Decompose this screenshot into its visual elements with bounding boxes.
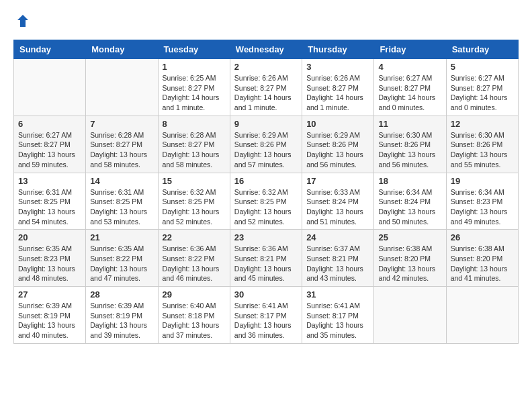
calendar-day-cell: 20Sunrise: 6:35 AMSunset: 8:23 PMDayligh… <box>14 230 86 287</box>
calendar-day-cell: 23Sunrise: 6:36 AMSunset: 8:21 PMDayligh… <box>230 230 302 287</box>
day-number: 19 <box>451 176 514 186</box>
day-info: Sunrise: 6:40 AMSunset: 8:18 PMDaylight:… <box>163 301 226 340</box>
calendar-table: SundayMondayTuesdayWednesdayThursdayFrid… <box>13 40 519 344</box>
calendar-day-cell: 12Sunrise: 6:30 AMSunset: 8:26 PMDayligh… <box>446 116 518 173</box>
day-info: Sunrise: 6:29 AMSunset: 8:26 PMDaylight:… <box>306 130 369 170</box>
day-info: Sunrise: 6:41 AMSunset: 8:17 PMDaylight:… <box>306 301 369 340</box>
day-number: 22 <box>163 232 226 242</box>
day-number: 9 <box>234 119 298 129</box>
day-number: 15 <box>163 176 226 186</box>
calendar-day-cell: 27Sunrise: 6:39 AMSunset: 8:19 PMDayligh… <box>14 287 86 344</box>
calendar-day-cell: 8Sunrise: 6:28 AMSunset: 8:27 PMDaylight… <box>158 116 230 173</box>
day-info: Sunrise: 6:36 AMSunset: 8:22 PMDaylight:… <box>163 244 226 283</box>
calendar-day-cell: 24Sunrise: 6:37 AMSunset: 8:21 PMDayligh… <box>302 230 374 287</box>
calendar-week-row: 6Sunrise: 6:27 AMSunset: 8:27 PMDaylight… <box>14 116 519 173</box>
day-of-week-header: Sunday <box>14 40 86 59</box>
day-number: 25 <box>378 232 441 242</box>
calendar-day-cell: 29Sunrise: 6:40 AMSunset: 8:18 PMDayligh… <box>158 287 230 344</box>
calendar-day-cell: 15Sunrise: 6:32 AMSunset: 8:25 PMDayligh… <box>158 173 230 230</box>
day-of-week-header: Monday <box>86 40 158 59</box>
day-number: 30 <box>234 289 298 300</box>
day-number: 16 <box>234 176 298 186</box>
day-number: 14 <box>90 176 153 186</box>
calendar-day-cell: 28Sunrise: 6:39 AMSunset: 8:19 PMDayligh… <box>86 287 158 344</box>
day-number: 24 <box>306 232 369 242</box>
day-number: 12 <box>451 119 514 129</box>
calendar-day-cell: 10Sunrise: 6:29 AMSunset: 8:26 PMDayligh… <box>302 116 374 173</box>
calendar-day-cell: 11Sunrise: 6:30 AMSunset: 8:26 PMDayligh… <box>374 116 446 173</box>
calendar-day-cell: 6Sunrise: 6:27 AMSunset: 8:27 PMDaylight… <box>14 116 86 173</box>
day-info: Sunrise: 6:26 AMSunset: 8:27 PMDaylight:… <box>306 73 369 113</box>
day-info: Sunrise: 6:35 AMSunset: 8:22 PMDaylight:… <box>90 244 153 283</box>
calendar-week-row: 20Sunrise: 6:35 AMSunset: 8:23 PMDayligh… <box>14 230 519 287</box>
day-number: 18 <box>378 176 441 186</box>
calendar-day-cell <box>14 59 86 116</box>
calendar-day-cell: 1Sunrise: 6:25 AMSunset: 8:27 PMDaylight… <box>158 59 230 116</box>
calendar-day-cell: 30Sunrise: 6:41 AMSunset: 8:17 PMDayligh… <box>230 287 302 344</box>
calendar-day-cell <box>446 287 518 344</box>
day-of-week-header: Tuesday <box>158 40 230 59</box>
calendar-day-cell: 4Sunrise: 6:27 AMSunset: 8:27 PMDaylight… <box>374 59 446 116</box>
calendar-day-cell: 7Sunrise: 6:28 AMSunset: 8:27 PMDaylight… <box>86 116 158 173</box>
day-number: 1 <box>163 62 226 72</box>
day-info: Sunrise: 6:39 AMSunset: 8:19 PMDaylight:… <box>18 301 81 340</box>
day-of-week-header: Saturday <box>446 40 518 59</box>
day-info: Sunrise: 6:29 AMSunset: 8:26 PMDaylight:… <box>234 130 298 170</box>
calendar-day-cell: 16Sunrise: 6:32 AMSunset: 8:25 PMDayligh… <box>230 173 302 230</box>
day-info: Sunrise: 6:35 AMSunset: 8:23 PMDaylight:… <box>18 244 81 283</box>
day-info: Sunrise: 6:26 AMSunset: 8:27 PMDaylight:… <box>234 73 298 113</box>
calendar-day-cell: 14Sunrise: 6:31 AMSunset: 8:25 PMDayligh… <box>86 173 158 230</box>
day-number: 28 <box>90 289 153 300</box>
calendar-day-cell: 19Sunrise: 6:34 AMSunset: 8:23 PMDayligh… <box>446 173 518 230</box>
day-info: Sunrise: 6:36 AMSunset: 8:21 PMDaylight:… <box>234 244 298 283</box>
calendar-day-cell: 9Sunrise: 6:29 AMSunset: 8:26 PMDaylight… <box>230 116 302 173</box>
calendar-week-row: 1Sunrise: 6:25 AMSunset: 8:27 PMDaylight… <box>14 59 519 116</box>
day-info: Sunrise: 6:39 AMSunset: 8:19 PMDaylight:… <box>90 301 153 340</box>
day-info: Sunrise: 6:32 AMSunset: 8:25 PMDaylight:… <box>163 187 226 227</box>
calendar-header-row: SundayMondayTuesdayWednesdayThursdayFrid… <box>14 40 519 59</box>
day-info: Sunrise: 6:34 AMSunset: 8:24 PMDaylight:… <box>378 187 441 227</box>
day-of-week-header: Friday <box>374 40 446 59</box>
calendar-day-cell: 17Sunrise: 6:33 AMSunset: 8:24 PMDayligh… <box>302 173 374 230</box>
day-number: 5 <box>451 62 514 72</box>
day-number: 10 <box>306 119 369 129</box>
day-number: 20 <box>18 232 81 242</box>
logo <box>13 13 31 33</box>
day-info: Sunrise: 6:31 AMSunset: 8:25 PMDaylight:… <box>90 187 153 227</box>
day-of-week-header: Wednesday <box>230 40 302 59</box>
logo-icon <box>15 13 31 30</box>
day-of-week-header: Thursday <box>302 40 374 59</box>
day-info: Sunrise: 6:31 AMSunset: 8:25 PMDaylight:… <box>18 187 81 227</box>
day-info: Sunrise: 6:27 AMSunset: 8:27 PMDaylight:… <box>451 73 514 113</box>
day-number: 29 <box>163 289 226 300</box>
day-info: Sunrise: 6:41 AMSunset: 8:17 PMDaylight:… <box>234 301 298 340</box>
day-number: 7 <box>90 119 153 129</box>
calendar-week-row: 27Sunrise: 6:39 AMSunset: 8:19 PMDayligh… <box>14 287 519 344</box>
day-number: 26 <box>451 232 514 242</box>
day-info: Sunrise: 6:33 AMSunset: 8:24 PMDaylight:… <box>306 187 369 227</box>
day-number: 3 <box>306 62 369 72</box>
day-info: Sunrise: 6:25 AMSunset: 8:27 PMDaylight:… <box>163 73 226 113</box>
calendar-day-cell: 21Sunrise: 6:35 AMSunset: 8:22 PMDayligh… <box>86 230 158 287</box>
day-info: Sunrise: 6:34 AMSunset: 8:23 PMDaylight:… <box>451 187 514 227</box>
calendar-day-cell: 25Sunrise: 6:38 AMSunset: 8:20 PMDayligh… <box>374 230 446 287</box>
calendar-day-cell <box>374 287 446 344</box>
calendar-day-cell: 5Sunrise: 6:27 AMSunset: 8:27 PMDaylight… <box>446 59 518 116</box>
day-number: 17 <box>306 176 369 186</box>
day-info: Sunrise: 6:27 AMSunset: 8:27 PMDaylight:… <box>378 73 441 113</box>
day-number: 4 <box>378 62 441 72</box>
day-number: 11 <box>378 119 441 129</box>
day-number: 23 <box>234 232 298 242</box>
calendar-day-cell: 26Sunrise: 6:38 AMSunset: 8:20 PMDayligh… <box>446 230 518 287</box>
day-info: Sunrise: 6:27 AMSunset: 8:27 PMDaylight:… <box>18 130 81 170</box>
day-number: 27 <box>18 289 81 300</box>
day-number: 6 <box>18 119 81 129</box>
calendar-week-row: 13Sunrise: 6:31 AMSunset: 8:25 PMDayligh… <box>14 173 519 230</box>
day-number: 8 <box>163 119 226 129</box>
calendar-day-cell: 13Sunrise: 6:31 AMSunset: 8:25 PMDayligh… <box>14 173 86 230</box>
calendar-day-cell: 3Sunrise: 6:26 AMSunset: 8:27 PMDaylight… <box>302 59 374 116</box>
day-info: Sunrise: 6:38 AMSunset: 8:20 PMDaylight:… <box>451 244 514 283</box>
calendar-day-cell: 2Sunrise: 6:26 AMSunset: 8:27 PMDaylight… <box>230 59 302 116</box>
day-number: 13 <box>18 176 81 186</box>
calendar-day-cell <box>86 59 158 116</box>
